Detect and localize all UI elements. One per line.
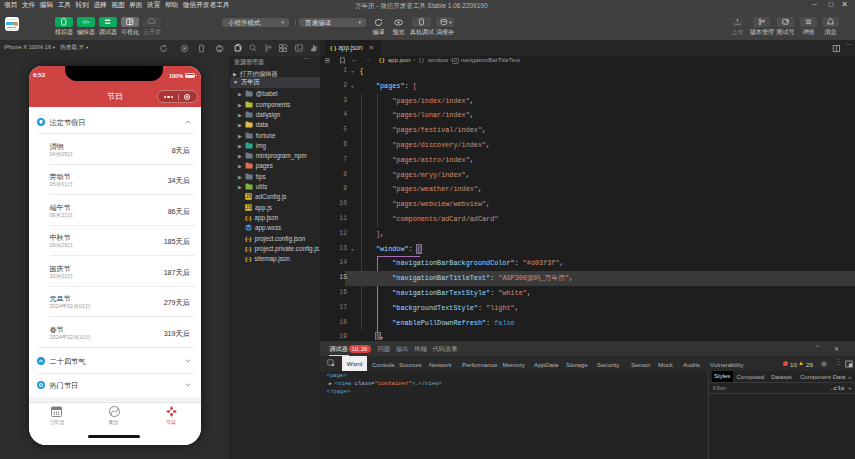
svg-text:</>: </> (82, 19, 89, 25)
svg-text:JS: JS (246, 205, 252, 210)
svg-text:▾: ▾ (449, 20, 452, 25)
svg-text:JS: JS (246, 195, 252, 200)
